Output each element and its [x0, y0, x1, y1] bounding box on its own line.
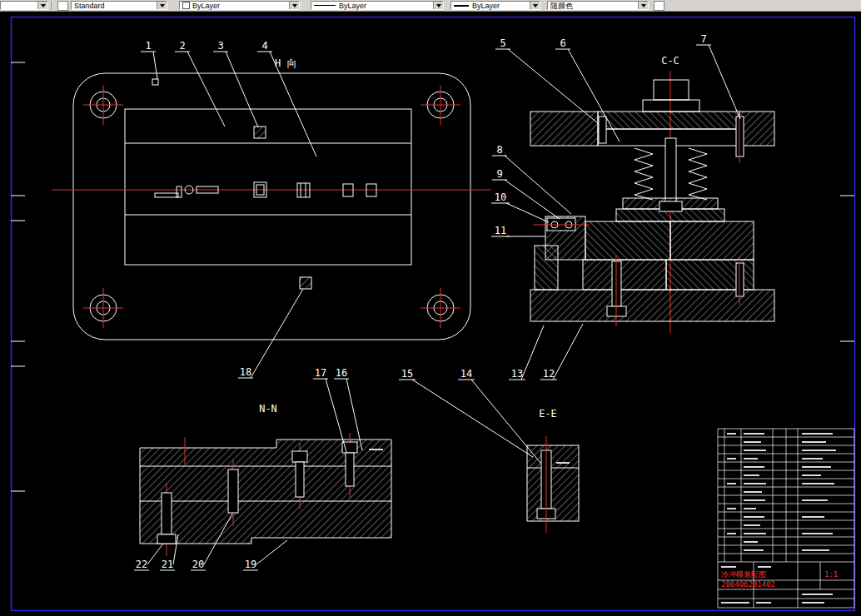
view-label-ee: E-E	[539, 408, 557, 420]
view-label-h: H 向	[275, 57, 296, 69]
color-combo[interactable]: ByLayer	[179, 1, 300, 10]
callout-2: 2	[175, 40, 225, 127]
svg-text:14: 14	[460, 368, 472, 380]
shank-flange	[643, 100, 699, 112]
callout-12: 12	[540, 324, 583, 380]
svg-text:9: 9	[496, 168, 502, 180]
plotstyle-value: 随颜色	[550, 2, 573, 10]
chevron-down-icon[interactable]	[157, 2, 167, 9]
layer-combo[interactable]	[0, 1, 48, 10]
screw-head	[342, 442, 357, 453]
lineweight-preview-icon	[454, 5, 469, 7]
screw-shaft	[296, 462, 304, 497]
callout-10: 10	[491, 191, 549, 222]
svg-text:2: 2	[179, 40, 185, 52]
plan-view: H 向	[52, 57, 491, 340]
chevron-down-icon[interactable]	[37, 2, 47, 9]
callout-5: 5	[495, 37, 598, 123]
die-plate	[670, 221, 754, 260]
svg-text:4: 4	[261, 40, 267, 52]
text-style-combo[interactable]: Standard	[71, 1, 167, 10]
svg-text:6: 6	[560, 37, 565, 49]
upper-plate	[530, 112, 598, 146]
svg-text:22: 22	[136, 559, 147, 570]
drawing-scale: 1:1	[824, 570, 838, 579]
screw-shaft	[346, 453, 354, 486]
chevron-down-icon[interactable]	[289, 2, 299, 9]
drawing-title: 冷冲模装配图	[721, 570, 766, 579]
callout-15: 15	[399, 368, 533, 457]
key-section	[300, 277, 311, 289]
key-section	[254, 127, 266, 138]
svg-text:1: 1	[145, 40, 151, 52]
callout-3: 3	[213, 40, 258, 127]
svg-text:17: 17	[315, 367, 326, 379]
section-ee: E-E	[527, 408, 579, 533]
die-holder	[583, 260, 666, 290]
guide-bushing	[83, 288, 123, 328]
support-column	[535, 246, 558, 290]
spring	[689, 148, 707, 200]
callout-18: 18	[238, 289, 303, 378]
chevron-down-icon[interactable]	[433, 2, 443, 9]
text-style-value: Standard	[74, 2, 105, 10]
callout-22: 22	[134, 544, 163, 570]
callout-19: 19	[243, 540, 287, 570]
callout-16: 16	[334, 367, 362, 450]
view-label-nn: N-N	[259, 403, 277, 415]
svg-text:12: 12	[543, 368, 555, 380]
svg-text:3: 3	[217, 40, 223, 52]
view-label-cc: C-C	[661, 55, 679, 67]
svg-text:19: 19	[245, 559, 256, 570]
shank	[654, 80, 689, 100]
die-plate	[585, 221, 670, 260]
drawing-number: 200406281402	[721, 580, 775, 589]
stop-bar	[155, 193, 178, 197]
svg-text:15: 15	[401, 368, 413, 380]
color-swatch-icon	[182, 2, 190, 9]
svg-text:8: 8	[496, 144, 502, 156]
drawing-canvas[interactable]: H 向 1 2 3 4 18 C-C	[0, 0, 861, 616]
svg-text:20: 20	[192, 559, 204, 570]
chevron-down-icon[interactable]	[530, 2, 540, 9]
color-value: ByLayer	[192, 2, 220, 10]
svg-text:21: 21	[162, 559, 173, 570]
toolbar-separator	[51, 1, 52, 10]
guide-bushing	[421, 288, 460, 328]
callout-11: 11	[491, 225, 545, 236]
svg-text:5: 5	[500, 37, 505, 49]
punch-holder	[598, 112, 739, 129]
upper-plate	[739, 112, 774, 146]
chevron-down-icon[interactable]	[638, 2, 648, 9]
toolbar-button[interactable]	[654, 1, 664, 11]
guide-bushing	[421, 85, 460, 125]
spring	[635, 148, 653, 200]
dowel-pin	[228, 469, 238, 513]
dowel-mark	[152, 79, 158, 85]
screw-nut	[659, 201, 682, 211]
callout-7: 7	[696, 33, 740, 119]
svg-text:13: 13	[511, 368, 523, 380]
svg-text:18: 18	[240, 366, 251, 378]
screw-head	[292, 451, 307, 462]
plotstyle-combo[interactable]: 随颜色	[547, 1, 649, 10]
stop-pin	[177, 186, 182, 197]
linetype-preview-icon	[314, 5, 336, 6]
bolt	[162, 493, 172, 534]
lineweight-combo[interactable]: ByLayer	[450, 1, 540, 10]
linetype-combo[interactable]: ByLayer	[311, 1, 444, 10]
lineweight-value: ByLayer	[472, 2, 500, 10]
style-icon	[57, 1, 68, 11]
svg-text:10: 10	[495, 191, 506, 203]
callout-13: 13	[509, 325, 544, 380]
section-cc: C-C	[530, 55, 774, 333]
title-block: 冷冲模装配图 200406281402 1:1	[718, 429, 854, 608]
guide-bushing	[83, 85, 123, 125]
svg-text:16: 16	[336, 367, 347, 379]
center-screw	[665, 138, 676, 205]
svg-text:11: 11	[495, 225, 506, 236]
linetype-value: ByLayer	[339, 2, 366, 10]
section-nn: N-N	[140, 403, 391, 556]
bolt-head	[157, 534, 176, 544]
properties-toolbar: Standard ByLayer ByLayer ByLayer 随颜色	[0, 0, 861, 12]
